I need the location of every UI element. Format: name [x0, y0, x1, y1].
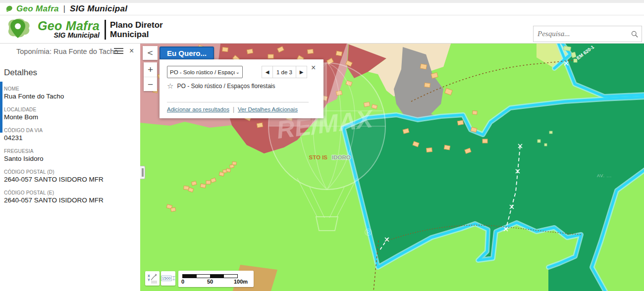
header-brand-sub: SIG Municipal [54, 32, 100, 39]
topbar-brand: Geo Mafra [16, 4, 59, 14]
logo-divider [105, 20, 106, 40]
result-count: 1 de 3 [273, 66, 296, 78]
field-label: CÓDIGO POSTAL (D) [4, 169, 104, 175]
field-codigo-postal-d: CÓDIGO POSTAL (D) 2640-057 SANTO ISIDORO… [4, 169, 104, 184]
zoom-in-button[interactable]: + [144, 62, 157, 77]
link-separator: | [233, 106, 234, 113]
road-label-sto-cont: IDORO [332, 154, 351, 160]
sidebar-header: Toponímia: Rua Fonte do Tacho × [0, 44, 140, 60]
scale-mid: 50 [207, 279, 213, 285]
details-fields: NOME Rua Fonte do Tacho LOCALIDADE Monte… [4, 86, 104, 210]
prev-result-button[interactable]: ◀ [262, 66, 273, 78]
svg-text:®: ® [365, 227, 372, 238]
map-viewport[interactable]: RE/MAX ® STO IS IDORO EM 620-1 AV. ... <… [140, 44, 644, 291]
scale-widget-button[interactable]: 1500⌶ [161, 271, 175, 286]
chevron-down-icon: ⌄ [236, 69, 240, 75]
add-to-results-link[interactable]: Adicionar aos resultados [167, 106, 229, 112]
collapse-panel-button[interactable]: < [143, 46, 158, 60]
geo-mafra-app: { "topbar": { "brand": "Geo Mafra", "sep… [0, 0, 644, 291]
geo-mafra-logo: Geo Mafra SIG Municipal Plano Diretor Mu… [6, 17, 163, 42]
field-localidade: LOCALIDADE Monte Bom [4, 106, 104, 122]
layer-dropdown[interactable]: PO - Solo rústico / Espaços f ⌄ [167, 66, 243, 78]
sidebar-title: Toponímia: Rua Fonte do Tacho [16, 48, 118, 55]
search-icon[interactable] [631, 28, 639, 41]
search-input[interactable] [534, 30, 631, 38]
field-label: CÓDIGO POSTAL (E) [4, 190, 104, 196]
field-value: Monte Bom [4, 113, 104, 122]
field-codigo-via: CÓDIGO DA VIA 04231 [4, 127, 104, 143]
scale-start: 0 [181, 279, 184, 285]
svg-text:X: X [148, 274, 150, 278]
field-label: LOCALIDADE [4, 106, 104, 113]
details-sidebar: Toponímia: Rua Fonte do Tacho × Detalhes… [0, 44, 140, 291]
field-value: 2640-057 SANTO ISIDORO MFR [4, 196, 104, 205]
plan-title: Plano Diretor Municipal [110, 20, 163, 39]
close-icon[interactable]: × [129, 47, 134, 55]
scale-bar: 0 50 100m [178, 271, 254, 287]
top-brand-bar: Geo Mafra | SIG Municipal [0, 3, 644, 15]
field-value: 2640-057 SANTO ISIDORO MFR [4, 175, 104, 184]
field-nome: NOME Rua Fonte do Tacho [4, 86, 104, 101]
popup-close-icon[interactable]: × [311, 63, 316, 72]
road-label-sto: STO IS [309, 154, 328, 160]
next-result-button[interactable]: ▶ [296, 66, 307, 78]
map-pin-logo-icon [6, 17, 35, 42]
menu-icon[interactable] [114, 48, 123, 55]
selection-accent-bar [0, 82, 2, 133]
scale-bracket-icon: ⌶ [172, 275, 176, 282]
field-value: Rua Fonte do Tacho [4, 92, 104, 101]
xy-coordinates-icon: X Y [147, 273, 158, 284]
eu-quero-button[interactable]: Eu Quero... [160, 47, 214, 60]
xy-coordinates-button[interactable]: X Y [145, 271, 160, 286]
field-label: CÓDIGO DA VIA [4, 127, 104, 134]
details-section-title: Detalhes [4, 68, 37, 78]
main-header: Geo Mafra SIG Municipal Plano Diretor Mu… [0, 16, 644, 44]
zoom-controls: + − [144, 62, 157, 91]
plan-title-line1: Plano Diretor [110, 20, 163, 30]
field-value: 04231 [4, 134, 104, 143]
result-pager: ◀ 1 de 3 ▶ [262, 66, 307, 78]
header-brand: Geo Mafra [38, 20, 100, 32]
plan-title-line2: Municipal [110, 30, 163, 39]
view-details-link[interactable]: Ver Detalhes Adicionais [238, 106, 298, 112]
leaf-logo-icon [5, 4, 14, 13]
field-codigo-postal-e: CÓDIGO POSTAL (E) 2640-057 SANTO ISIDORO… [4, 190, 104, 205]
result-title: PO - Solo rústico / Espaços florestais [177, 83, 275, 90]
scale-value: 1500 [161, 276, 172, 281]
popup-links: Adicionar aos resultados | Ver Detalhes … [167, 106, 298, 113]
zoom-out-button[interactable]: − [144, 77, 157, 91]
field-label: FREGUESIA [4, 148, 104, 154]
topbar-separator: | [63, 4, 65, 13]
result-row: ☆ PO - Solo rústico / Espaços florestais [167, 82, 275, 91]
sidebar-resize-handle[interactable] [140, 166, 145, 179]
road-label-faint: AV. ... [597, 173, 612, 178]
identify-popup: PO - Solo rústico / Espaços f ⌄ ◀ 1 de 3… [160, 59, 323, 118]
layer-dropdown-value: PO - Solo rústico / Espaços f [170, 69, 235, 75]
search-box [533, 26, 642, 42]
svg-text:Y: Y [148, 278, 150, 282]
popup-divider [167, 102, 309, 102]
star-icon[interactable]: ☆ [167, 82, 173, 91]
field-value: Santo Isidoro [4, 154, 104, 163]
logo-text-stack: Geo Mafra SIG Municipal [38, 20, 100, 39]
scale-bar-segments [182, 274, 238, 278]
topbar-product: SIG Municipal [70, 4, 127, 14]
field-label: NOME [4, 86, 104, 92]
scale-end: 100m [234, 279, 248, 285]
field-freguesia: FREGUESIA Santo Isidoro [4, 148, 104, 163]
